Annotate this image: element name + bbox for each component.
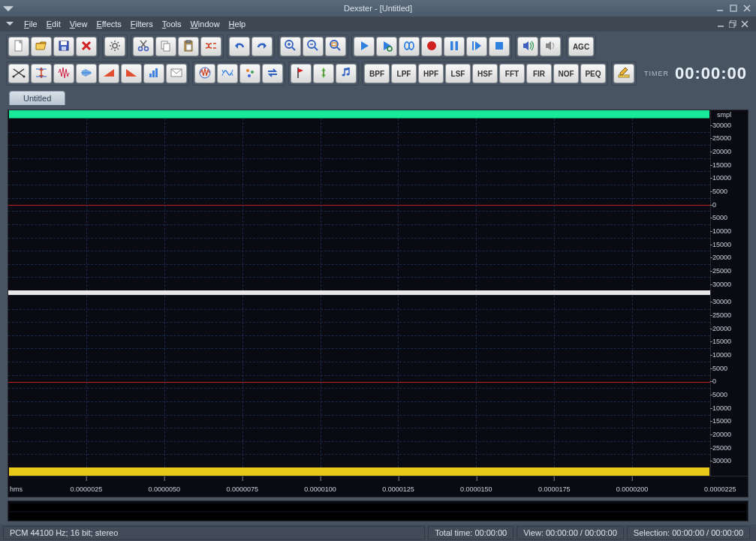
- pause-button[interactable]: [444, 37, 465, 56]
- svg-point-69: [246, 69, 249, 72]
- svg-marker-5: [6, 22, 14, 26]
- y-tick: 10000: [712, 227, 731, 235]
- menu-help[interactable]: Help: [224, 18, 251, 30]
- selection-strip[interactable]: [9, 467, 709, 476]
- mdi-system-menu-icon[interactable]: [6, 20, 14, 29]
- system-menu-icon[interactable]: [3, 3, 14, 14]
- fft-button[interactable]: FFT: [499, 64, 525, 83]
- svg-marker-73: [298, 68, 303, 73]
- mute-button[interactable]: [540, 37, 561, 56]
- lpf-button[interactable]: LPF: [391, 64, 417, 83]
- menu-effects[interactable]: Effects: [92, 18, 125, 30]
- fade-out-icon: [125, 66, 138, 81]
- y-tick: 0: [712, 201, 716, 209]
- settings-button[interactable]: [104, 37, 125, 56]
- svg-rect-15: [62, 47, 66, 50]
- hpf-button[interactable]: HPF: [418, 64, 444, 83]
- time-tick: 0.0000225: [704, 485, 736, 493]
- waveform-channel-left[interactable]: [8, 119, 710, 290]
- mdi-restore-button[interactable]: [727, 19, 738, 29]
- svg-point-43: [405, 42, 409, 50]
- chart-button[interactable]: [143, 64, 164, 83]
- maximize-button[interactable]: [727, 3, 739, 14]
- cut-button[interactable]: [133, 37, 154, 56]
- close-button[interactable]: [741, 3, 753, 14]
- zoom-fit-button[interactable]: [325, 37, 346, 56]
- nof-button[interactable]: NOF: [553, 64, 579, 83]
- speaker-button[interactable]: [517, 37, 538, 56]
- svg-point-71: [248, 74, 251, 77]
- menu-window[interactable]: Window: [185, 18, 224, 30]
- waveform-channel-right[interactable]: [8, 295, 710, 467]
- svg-rect-47: [456, 41, 459, 50]
- marker-button[interactable]: [291, 64, 312, 83]
- fade-in-button[interactable]: [98, 64, 119, 83]
- effect-b-button[interactable]: [217, 64, 238, 83]
- svg-marker-28: [235, 43, 238, 49]
- edit-icon: [617, 66, 631, 81]
- time-ruler[interactable]: hms 0.00000250.00000500.00000750.0000100…: [8, 476, 748, 497]
- svg-rect-65: [152, 71, 155, 77]
- effect-a-icon: [198, 66, 212, 81]
- menu-view[interactable]: View: [65, 18, 92, 30]
- mdi-close-button[interactable]: [739, 19, 750, 29]
- svg-point-42: [387, 47, 392, 51]
- lsf-button[interactable]: LSF: [445, 64, 471, 83]
- open-button[interactable]: [31, 37, 52, 56]
- play-button[interactable]: [354, 37, 375, 56]
- tab-untitled[interactable]: Untitled: [9, 91, 65, 105]
- amplify-button[interactable]: [53, 64, 74, 83]
- marker-strip[interactable]: [9, 110, 709, 119]
- zoom-in-button[interactable]: [280, 37, 301, 56]
- stop-button[interactable]: [489, 37, 510, 56]
- y-tick: 30000: [712, 281, 731, 288]
- menu-edit[interactable]: Edit: [42, 18, 65, 30]
- fade-out-button[interactable]: [121, 64, 142, 83]
- edit-button[interactable]: [613, 64, 634, 83]
- save-icon: [57, 39, 71, 54]
- normalize-button[interactable]: [31, 64, 52, 83]
- fade-icon: [80, 66, 93, 81]
- reverse-button[interactable]: [262, 64, 283, 83]
- time-tick: 0.0000175: [538, 485, 571, 493]
- play-section-button[interactable]: [466, 37, 487, 56]
- copy-button[interactable]: [155, 37, 176, 56]
- effect-a-button[interactable]: [194, 64, 215, 83]
- record-button[interactable]: [421, 37, 442, 56]
- menu-tools[interactable]: Tools: [158, 18, 186, 30]
- peq-button[interactable]: PEQ: [580, 64, 606, 83]
- minimap[interactable]: [8, 500, 748, 521]
- y-tick: 25000: [712, 444, 731, 452]
- effect-c-button[interactable]: [239, 64, 261, 83]
- zoom-out-button[interactable]: [303, 37, 324, 56]
- waveform-panel[interactable]: [8, 110, 711, 476]
- agc-button[interactable]: AGC: [568, 37, 594, 56]
- mix-button[interactable]: [200, 37, 221, 56]
- effect-b-icon: [221, 66, 234, 81]
- undo-button[interactable]: [229, 37, 250, 56]
- new-button[interactable]: [8, 37, 29, 56]
- envelope-button[interactable]: [166, 64, 187, 83]
- play-loop-button[interactable]: [376, 37, 397, 56]
- fir-button[interactable]: FIR: [526, 64, 552, 83]
- time-tick: 0.0000100: [304, 485, 336, 493]
- mdi-minimize-button[interactable]: [715, 19, 726, 29]
- cross-fade-button[interactable]: [8, 64, 29, 83]
- menu-filters[interactable]: Filters: [126, 18, 158, 30]
- fade-button[interactable]: [76, 64, 97, 83]
- menu-file[interactable]: File: [20, 18, 42, 30]
- redo-button[interactable]: [251, 37, 273, 56]
- y-tick: 20000: [712, 254, 731, 261]
- delete-button[interactable]: [76, 37, 97, 56]
- paste-button[interactable]: [178, 37, 199, 56]
- svg-rect-39: [332, 43, 336, 46]
- bpf-button[interactable]: BPF: [364, 64, 390, 83]
- hsf-button[interactable]: HSF: [472, 64, 498, 83]
- loop-button[interactable]: [399, 37, 420, 56]
- region-button[interactable]: [313, 64, 334, 83]
- y-tick: 15000: [712, 417, 731, 425]
- statusbar: PCM 44100 Hz; 16 bit; stereo Total time:…: [0, 524, 756, 541]
- minimize-button[interactable]: [714, 3, 726, 14]
- music-button[interactable]: [336, 64, 357, 83]
- save-button[interactable]: [53, 37, 74, 56]
